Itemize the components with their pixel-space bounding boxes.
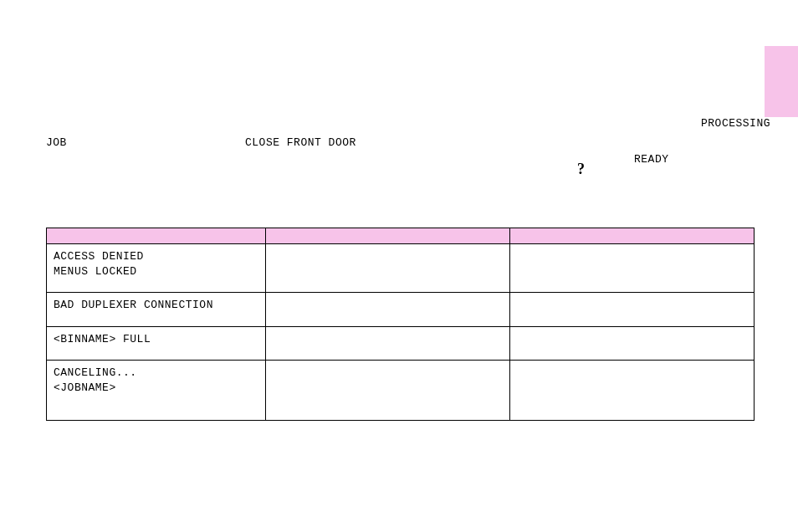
cell-explanation	[266, 361, 510, 421]
cell-action	[510, 326, 755, 361]
text-processing: PROCESSING	[701, 117, 770, 130]
table-header-3	[510, 228, 755, 244]
text-close-front-door: CLOSE FRONT DOOR	[245, 136, 356, 149]
cell-action	[510, 244, 755, 293]
message-line: ACCESS DENIED	[54, 249, 258, 264]
cell-message: ACCESS DENIED MENUS LOCKED	[47, 244, 266, 293]
message-table: ACCESS DENIED MENUS LOCKED BAD DUPLEXER …	[46, 228, 755, 421]
table-header-2	[266, 228, 510, 244]
cell-explanation	[266, 326, 510, 361]
cell-explanation	[266, 293, 510, 327]
cell-message: <BINNAME> FULL	[47, 326, 266, 361]
table-header-row	[47, 228, 755, 244]
cell-message: BAD DUPLEXER CONNECTION	[47, 293, 266, 327]
table-row: BAD DUPLEXER CONNECTION	[47, 293, 755, 327]
message-line: <BINNAME> FULL	[54, 332, 258, 347]
cell-action	[510, 361, 755, 421]
page-side-tab	[765, 46, 798, 117]
help-icon: ?	[577, 161, 586, 178]
text-job: JOB	[46, 136, 67, 149]
cell-action	[510, 293, 755, 327]
cell-explanation	[266, 244, 510, 293]
text-ready: READY	[634, 153, 669, 166]
table-row: <BINNAME> FULL	[47, 326, 755, 361]
message-line: BAD DUPLEXER CONNECTION	[54, 298, 258, 313]
message-line: CANCELING...	[54, 366, 258, 381]
message-line: MENUS LOCKED	[54, 264, 258, 279]
table-row: CANCELING... <JOBNAME>	[47, 361, 755, 421]
table-header-1	[47, 228, 266, 244]
message-line: <JOBNAME>	[54, 381, 258, 396]
cell-message: CANCELING... <JOBNAME>	[47, 361, 266, 421]
table-row: ACCESS DENIED MENUS LOCKED	[47, 244, 755, 293]
page: PROCESSING JOB CLOSE FRONT DOOR READY ? …	[0, 0, 798, 532]
